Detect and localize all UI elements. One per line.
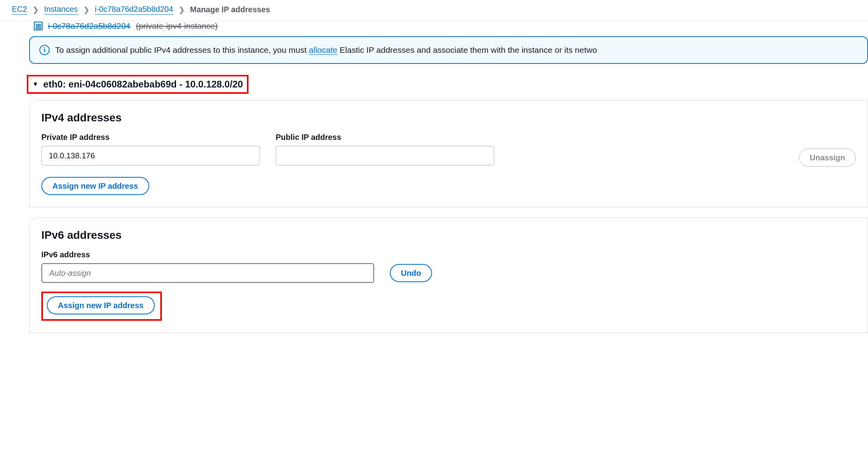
private-ip-field: Private IP address [41, 133, 260, 165]
eni-toggle[interactable]: ▼ eth0: eni-04c06082abebab69d - 10.0.128… [27, 75, 249, 94]
info-banner-text: To assign additional public IPv4 address… [55, 45, 597, 55]
ipv4-title: IPv4 addresses [41, 112, 856, 124]
chevron-right-icon: ❯ [33, 6, 39, 14]
ipv6-field: IPv6 address Undo [41, 250, 856, 283]
public-ip-label: Public IP address [276, 133, 494, 142]
instance-header-truncated: ▦ i-0c78a76d2a5b8d204 (private-ipv4-inst… [31, 18, 868, 36]
ipv6-title: IPv6 addresses [41, 229, 856, 242]
public-ip-input[interactable] [276, 146, 494, 165]
unassign-wrap: Unassign [799, 133, 856, 167]
assign-new-ipv6-button[interactable]: Assign new IP address [47, 296, 155, 314]
ipv4-panel: IPv4 addresses Private IP address Public… [29, 100, 868, 207]
instance-icon: ▦ [34, 22, 43, 30]
eni-label: eth0: eni-04c06082abebab69d - 10.0.128.0… [43, 79, 243, 90]
info-icon: i [39, 45, 50, 55]
info-banner: i To assign additional public IPv4 addre… [29, 36, 868, 64]
allocate-link[interactable]: allocate [309, 45, 337, 55]
ipv6-panel: IPv6 addresses IPv6 address Undo Assign … [29, 217, 868, 333]
breadcrumb-instances[interactable]: Instances [44, 5, 78, 15]
info-banner-text-after: Elastic IP addresses and associate them … [338, 45, 597, 54]
instance-id-link[interactable]: i-0c78a76d2a5b8d204 [48, 21, 130, 31]
main-content: ▦ i-0c78a76d2a5b8d204 (private-ipv4-inst… [0, 18, 868, 333]
info-banner-text-before: To assign additional public IPv4 address… [55, 45, 309, 54]
private-ip-input[interactable] [41, 146, 260, 165]
breadcrumb-current: Manage IP addresses [190, 5, 270, 14]
instance-name-paren: (private-ipv4-instance) [136, 21, 218, 31]
chevron-right-icon: ❯ [83, 6, 89, 14]
public-ip-field: Public IP address [276, 133, 494, 165]
ipv4-row: Private IP address Public IP address Una… [41, 133, 856, 167]
assign-new-ipv4-button[interactable]: Assign new IP address [41, 177, 149, 195]
undo-button[interactable]: Undo [390, 264, 432, 282]
breadcrumb-ec2[interactable]: EC2 [12, 5, 27, 15]
chevron-right-icon: ❯ [179, 6, 185, 14]
ipv6-input[interactable] [41, 263, 374, 283]
unassign-button[interactable]: Unassign [799, 149, 856, 167]
assign-new-ipv6-highlight: Assign new IP address [41, 292, 162, 321]
caret-down-icon: ▼ [32, 81, 39, 88]
ipv6-label: IPv6 address [41, 250, 856, 259]
breadcrumb-instance-id[interactable]: i-0c78a76d2a5b8d204 [95, 5, 173, 15]
private-ip-label: Private IP address [41, 133, 260, 142]
